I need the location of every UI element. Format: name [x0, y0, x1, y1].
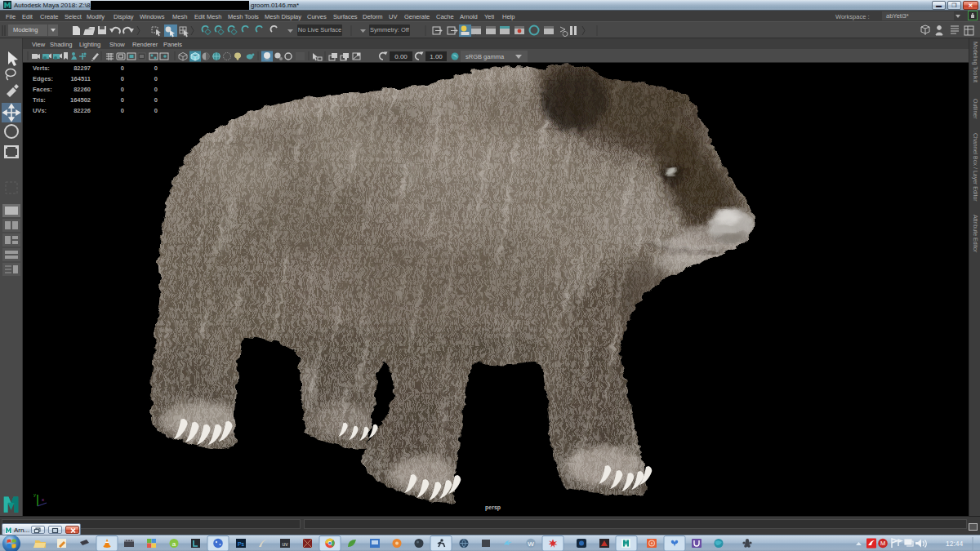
- svg-text:y: y: [33, 492, 36, 497]
- svg-text:0.00: 0.00: [394, 53, 408, 60]
- svg-text:Ps: Ps: [238, 541, 245, 547]
- svg-text:a: a: [172, 540, 176, 548]
- svg-text:W: W: [528, 540, 534, 548]
- svg-text:sRGB gamma: sRGB gamma: [466, 53, 505, 60]
- svg-text:1.00: 1.00: [430, 53, 443, 60]
- svg-text:uv: uv: [283, 541, 289, 547]
- svg-text:M: M: [880, 540, 885, 547]
- svg-text:x: x: [42, 497, 44, 502]
